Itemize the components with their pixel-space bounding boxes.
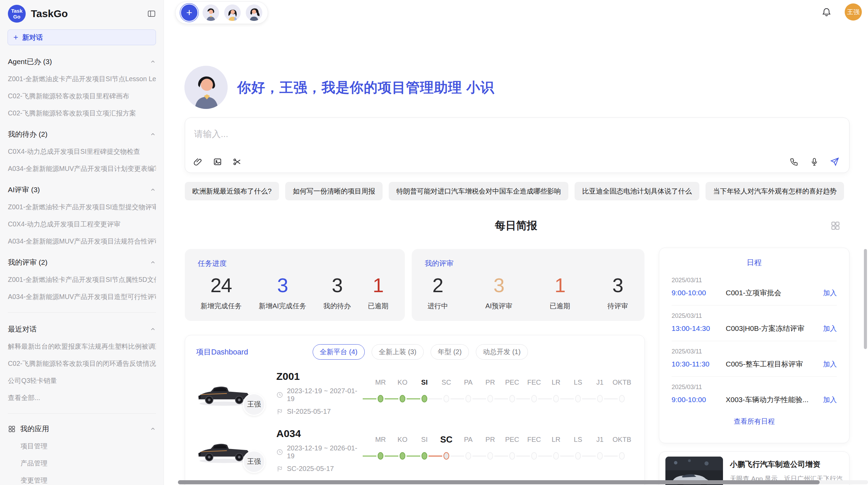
milestone-label: SI bbox=[413, 434, 435, 445]
chat-input[interactable] bbox=[194, 129, 743, 139]
sidebar-item[interactable]: Z001-全新燃油轻卡产品开发项目SI造型提交物评审 bbox=[8, 202, 156, 212]
suggestion-chip[interactable]: 欧洲新规最近颁布了什么? bbox=[185, 182, 279, 200]
app-window: Task Go TaskGo + 新对话 Agent已办 (3) Z001-全新… bbox=[0, 0, 868, 485]
sidebar-item[interactable]: 解释最新出台的欧盟报废车法规再生塑料比例被调至15%... bbox=[8, 342, 156, 351]
suggestion-chip[interactable]: 比亚迪全固态电池计划具体说了什么 bbox=[575, 182, 699, 200]
suggestion-chip[interactable]: 当下年轻人对汽车外观有怎样的喜好趋势 bbox=[706, 182, 844, 200]
milestone-dot bbox=[378, 452, 384, 460]
sidebar-item[interactable]: C0X4-动力总成开发项目SI里程碑提交物检查 bbox=[8, 147, 156, 156]
sidebar-app-item[interactable]: 变更管理 bbox=[21, 476, 156, 485]
stat-label: 我的待办 bbox=[323, 301, 351, 311]
sidebar-section: AI评审 (3) Z001-全新燃油轻卡产品开发项目SI造型提交物评审 C0X4… bbox=[8, 185, 156, 246]
event-join-link[interactable]: 加入 bbox=[823, 395, 837, 405]
event-join-link[interactable]: 加入 bbox=[823, 288, 837, 298]
chat-composer bbox=[185, 117, 849, 173]
dashboard-filter-chip[interactable]: 全新平台 (4) bbox=[313, 344, 365, 360]
agent-avatar-2[interactable] bbox=[224, 4, 241, 21]
sidebar-section: 我的待办 (2) C0X4-动力总成开发项目SI里程碑提交物检查 A034-全新… bbox=[8, 129, 156, 173]
briefing-layout-icon[interactable] bbox=[830, 221, 841, 231]
suggestion-chip[interactable]: 如何写一份清晰的项目周报 bbox=[285, 182, 383, 200]
image-icon[interactable] bbox=[213, 157, 222, 166]
chevron-up-icon[interactable] bbox=[150, 426, 156, 432]
milestone-dot bbox=[619, 452, 625, 460]
sidebar-item[interactable]: C0X4-动力总成开发项目工程变更评审 bbox=[8, 220, 156, 229]
notifications-bell-icon[interactable] bbox=[821, 7, 832, 17]
dashboard-filter-chip[interactable]: 年型 (2) bbox=[431, 344, 469, 360]
sidebar-app-item[interactable]: 产品管理 bbox=[21, 459, 156, 468]
sidebar-scroll: Agent已办 (3) Z001-全新燃油皮卡产品开发项目SI节点Lesson … bbox=[0, 57, 164, 485]
chevron-up-icon[interactable] bbox=[150, 59, 156, 65]
milestone: PEC bbox=[501, 377, 523, 410]
agent-avatar-1[interactable] bbox=[203, 4, 219, 21]
milestone-dot bbox=[422, 395, 427, 402]
milestone-label: LR bbox=[545, 434, 567, 445]
sidebar-item-my-apps[interactable]: 我的应用 bbox=[8, 424, 156, 434]
sidebar-item[interactable]: C02-飞腾新能源轻客改款项目的闭环通告反馈情况 bbox=[8, 359, 156, 368]
chevron-up-icon[interactable] bbox=[150, 326, 156, 332]
event-join-link[interactable]: 加入 bbox=[823, 360, 837, 369]
attachment-icon[interactable] bbox=[193, 157, 203, 166]
microphone-icon[interactable] bbox=[810, 157, 819, 166]
stat-label: AI预评审 bbox=[485, 301, 513, 311]
dashboard-filter-chip[interactable]: 全新上装 (3) bbox=[372, 344, 424, 360]
event-main-row: 13:00-14:30 C003|H0B-方案冻结评审 加入 bbox=[672, 324, 837, 341]
chevron-up-icon[interactable] bbox=[150, 187, 156, 193]
milestone-dot bbox=[378, 395, 384, 402]
chevron-up-icon[interactable] bbox=[150, 259, 156, 265]
project-dates-row: 2023-12-19 ~ 2026-01-19 bbox=[276, 444, 362, 460]
vertical-scrollbar-thumb[interactable] bbox=[864, 249, 867, 349]
horizontal-scrollbar-thumb[interactable] bbox=[178, 480, 820, 484]
event-join-link[interactable]: 加入 bbox=[823, 324, 837, 333]
scissors-icon[interactable] bbox=[232, 157, 242, 166]
milestone-dot bbox=[619, 395, 625, 402]
milestone: PA bbox=[457, 377, 479, 410]
suggestion-chip[interactable]: 特朗普可能对进口汽车增税会对中国车企造成哪些影响 bbox=[389, 182, 568, 200]
milestone-dot bbox=[509, 395, 515, 402]
sidebar-section-header[interactable]: AI评审 (3) bbox=[8, 185, 156, 195]
dashboard-filters: 全新平台 (4) 全新上装 (3) 年型 (2) 动总开发 (1) bbox=[313, 344, 528, 360]
stat-value: 24 bbox=[201, 274, 242, 297]
chevron-up-icon[interactable] bbox=[150, 131, 156, 137]
sidebar-item[interactable]: Z001-全新燃油皮卡产品开发项目SI节点Lesson Learn报告 bbox=[8, 74, 156, 84]
project-row[interactable]: 王强 Z001 2023-12-19 ~ 2027-01-19 SI-2025-… bbox=[185, 362, 644, 419]
sidebar-item[interactable]: 公司Q3轻卡销量 bbox=[8, 376, 156, 385]
sidebar-section-header[interactable]: 我的评审 (2) bbox=[8, 258, 156, 267]
sidebar-item[interactable]: 查看全部... bbox=[8, 393, 156, 402]
sidebar-app-item[interactable]: 项目管理 bbox=[21, 442, 156, 451]
milestone-label: FEC bbox=[523, 377, 545, 388]
phone-icon[interactable] bbox=[789, 157, 799, 166]
project-code: Z001 bbox=[276, 371, 362, 382]
stat-value: 3 bbox=[323, 274, 351, 297]
sidebar-section-header[interactable]: 最近对话 bbox=[8, 324, 156, 334]
sidebar-item[interactable]: C02-飞腾新能源轻客改款项目立项汇报方案 bbox=[8, 109, 156, 118]
milestone-label: MR bbox=[370, 377, 391, 388]
new-chat-button[interactable]: + 新对话 bbox=[8, 29, 156, 45]
milestone-label: PEC bbox=[501, 377, 523, 388]
sidebar-item[interactable]: C02-飞腾新能源轻客改款项目里程碑画布 bbox=[8, 91, 156, 101]
milestone: FEC bbox=[523, 434, 545, 467]
stat-label: 进行中 bbox=[427, 301, 448, 311]
sidebar-item[interactable]: A034-全新新能源MUV产品开发项目计划变更表编写 bbox=[8, 164, 156, 173]
milestone-label: PR bbox=[479, 377, 501, 388]
add-agent-button[interactable]: + bbox=[181, 4, 197, 21]
agent-avatar-3[interactable] bbox=[246, 4, 262, 21]
sidebar-section-header[interactable]: 我的待办 (2) bbox=[8, 129, 156, 139]
milestone-label: J1 bbox=[589, 377, 611, 388]
user-avatar[interactable]: 王强 bbox=[845, 3, 862, 21]
project-row[interactable]: 王强 A034 2023-12-19 ~ 2026-01-19 SC-2025-… bbox=[185, 419, 644, 476]
dashboard-header: 项目Dashboard 全新平台 (4) 全新上装 (3) 年型 (2) 动总开… bbox=[185, 335, 644, 362]
send-icon[interactable] bbox=[830, 157, 840, 166]
horizontal-scrollbar bbox=[178, 480, 868, 484]
sidebar-item[interactable]: A034-全新新能源MUV产品开发项目造型可行性评审 bbox=[8, 292, 156, 301]
project-owner-badge: 王强 bbox=[243, 393, 265, 416]
dashboard-filter-chip[interactable]: 动总开发 (1) bbox=[476, 344, 528, 360]
milestone-dot bbox=[553, 452, 559, 460]
sidebar-collapse-icon[interactable] bbox=[147, 9, 156, 18]
sidebar-item[interactable]: Z001-全新燃油轻卡产品开发项目SI节点属性5D文件评审 bbox=[8, 275, 156, 284]
project-milestone-flag: SC-2025-05-17 bbox=[287, 465, 334, 473]
milestone-dot bbox=[444, 452, 449, 460]
sidebar-item[interactable]: A034-全新新能源MUV产品开发项目法规符合性评审 bbox=[8, 237, 156, 246]
sidebar-section-header[interactable]: Agent已办 (3) bbox=[8, 57, 156, 66]
milestone-label: PR bbox=[479, 434, 501, 445]
view-all-schedule-link[interactable]: 查看所有日程 bbox=[659, 417, 849, 426]
